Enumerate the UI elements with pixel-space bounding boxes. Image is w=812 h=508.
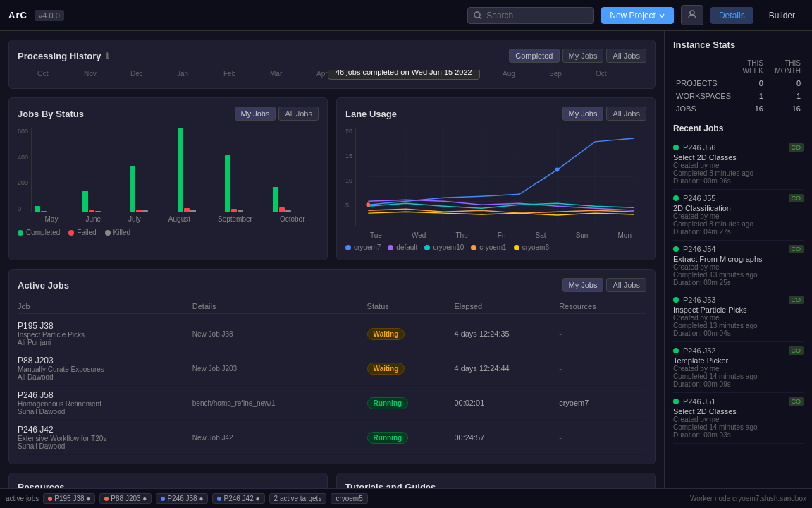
user-icon	[687, 9, 697, 19]
heatmap-months-row: Oct Nov Dec Jan Feb Mar Apr May Jun Jul …	[18, 70, 646, 78]
search-box[interactable]	[467, 7, 594, 24]
instance-stats-table: THIS WEEK THIS MONTH PROJECTS 0 0 WORKSP…	[673, 57, 804, 115]
lu-all-jobs-button[interactable]: All Jobs	[606, 107, 646, 121]
info-icon[interactable]: ℹ	[106, 52, 109, 61]
resources-card: Resources 📄 CryoSPARC Guide Comprehensiv…	[8, 473, 328, 488]
jobs-by-status-title: Jobs By Status	[18, 109, 84, 119]
aj-all-jobs-button[interactable]: All Jobs	[606, 278, 646, 292]
bottom-tag-p246j58[interactable]: P246 J58 ●	[156, 493, 208, 504]
lane-usage-card: Lane Usage My Jobs All Jobs 20 15 10 5	[336, 97, 656, 260]
jbs-all-jobs-button[interactable]: All Jobs	[278, 107, 319, 121]
table-row: P246 J58 Homogeneous Refinement Suhail D…	[18, 386, 646, 421]
lane-usage-chart	[355, 128, 646, 226]
bottom-row: Resources 📄 CryoSPARC Guide Comprehensiv…	[8, 473, 656, 488]
table-row: P246 J42 Extensive Workflow for T20s Suh…	[18, 421, 646, 455]
recent-job-item: P246 J56 CO Select 2D Classes Created by…	[673, 139, 804, 190]
active-jobs-card: Active Jobs My Jobs All Jobs Job Details…	[8, 269, 656, 464]
app-name: ArC	[8, 10, 27, 20]
filter-all-jobs-button[interactable]: All Jobs	[606, 49, 646, 63]
svg-point-0	[474, 12, 480, 18]
topbar: ArC v4.0.0 New Project Details Builder	[0, 0, 812, 31]
stats-row: WORKSPACES 1 1	[673, 90, 804, 102]
tab-builder[interactable]: Builder	[761, 7, 804, 24]
tutorials-title: Tutorials and Guides	[345, 482, 436, 488]
lane-usage-title: Lane Usage	[345, 109, 397, 119]
stats-row: JOBS 16 16	[673, 102, 804, 115]
stats-row: PROJECTS 0 0	[673, 77, 804, 90]
aj-my-jobs-button[interactable]: My Jobs	[562, 278, 604, 292]
new-project-button[interactable]: New Project	[601, 7, 674, 24]
charts-row: Jobs By Status My Jobs All Jobs 600 400 …	[8, 97, 656, 260]
jbs-my-jobs-button[interactable]: My Jobs	[235, 107, 276, 121]
lu-my-jobs-button[interactable]: My Jobs	[562, 107, 604, 121]
svg-point-13	[555, 168, 559, 172]
processing-history-title: Processing History ℹ	[18, 51, 109, 61]
processing-history-card: Processing History ℹ Completed My Jobs A…	[8, 40, 656, 89]
search-input[interactable]	[486, 11, 578, 20]
server-info: Worker node cryoem7.slush.sandbox	[690, 495, 806, 502]
right-sidebar: Instance Stats THIS WEEK THIS MONTH PROJ…	[664, 31, 812, 488]
bottom-tag-p195j38[interactable]: P195 J38 ●	[43, 493, 95, 504]
filter-completed-button[interactable]: Completed	[509, 49, 559, 63]
heatmap-container: Oct Nov Dec Jan Feb Mar Apr May Jun Jul …	[18, 70, 646, 80]
recent-job-item: P246 J52 CO Template Picker Created by m…	[673, 342, 804, 393]
bottombar: active jobs P195 J38 ● P88 J203 ● P246 J…	[0, 488, 812, 508]
recent-job-item: P246 J51 CO Select 2D Classes Created by…	[673, 393, 804, 444]
tutorials-card: Tutorials and Guides Tutorial: 3D Classi…	[336, 473, 656, 488]
lane-usage-filters: My Jobs All Jobs	[562, 107, 647, 121]
search-icon	[474, 11, 482, 20]
table-row: P88 J203 Manually Curate Exposures Ali D…	[18, 351, 646, 386]
tab-details[interactable]: Details	[710, 7, 753, 24]
bottom-tag-p246j42[interactable]: P246 J42 ●	[212, 493, 264, 504]
recent-job-item: P246 J53 CO Inspect Particle Picks Creat…	[673, 291, 804, 342]
job-status-dot	[673, 399, 679, 404]
job-status-dot	[673, 195, 679, 201]
main-layout: Processing History ℹ Completed My Jobs A…	[0, 31, 812, 488]
recent-jobs-title: Recent Jobs	[673, 123, 804, 133]
bottom-tag-active-targets: 2 active targets	[269, 493, 327, 504]
jobs-by-status-filters: My Jobs All Jobs	[235, 107, 319, 121]
jobs-by-status-card: Jobs By Status My Jobs All Jobs 600 400 …	[8, 97, 328, 260]
svg-point-2	[690, 11, 694, 15]
processing-history-header: Processing History ℹ Completed My Jobs A…	[18, 49, 646, 63]
table-row: P195 J38 Inspect Particle Picks Ali Punj…	[18, 317, 646, 351]
active-jobs-table-header: Job Details Status Elapsed Resources	[18, 299, 646, 314]
user-button[interactable]	[681, 5, 703, 25]
recent-job-item: P246 J55 CO 2D Classification Created by…	[673, 190, 804, 241]
bottom-tag-cryoem5: cryoem5	[331, 493, 367, 504]
svg-line-1	[479, 17, 481, 19]
bar-chart-body: 600 400 200 0	[18, 128, 319, 223]
job-status-dot	[673, 348, 679, 353]
instance-stats-title: Instance Stats	[673, 40, 804, 50]
svg-point-14	[366, 202, 370, 207]
bottom-tag-p88j203[interactable]: P88 J203 ●	[99, 493, 152, 504]
job-status-dot	[673, 297, 679, 303]
job-status-dot	[673, 145, 679, 150]
active-jobs-label: active jobs	[6, 495, 39, 502]
active-jobs-title: Active Jobs	[18, 280, 69, 291]
processing-history-filters: Completed My Jobs All Jobs	[509, 49, 646, 63]
filter-my-jobs-button[interactable]: My Jobs	[562, 49, 604, 63]
recent-job-item: P246 J54 CO Extract From Micrographs Cre…	[673, 241, 804, 291]
app-version: v4.0.0	[35, 10, 64, 21]
job-status-dot	[673, 246, 679, 252]
main-content: Processing History ℹ Completed My Jobs A…	[0, 31, 664, 488]
resources-title: Resources	[18, 482, 64, 488]
chevron-down-icon	[658, 12, 665, 19]
